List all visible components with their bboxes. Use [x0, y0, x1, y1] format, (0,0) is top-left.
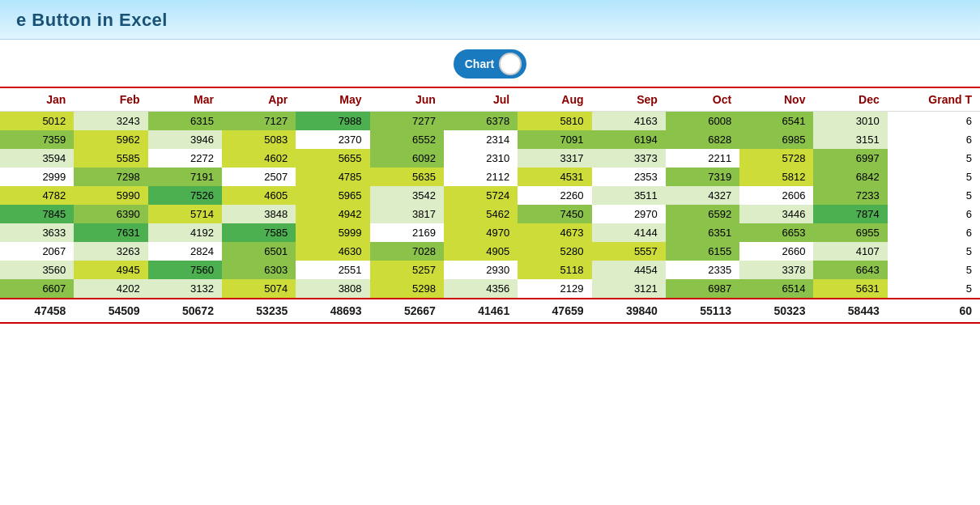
table-cell: 4144 — [592, 223, 666, 242]
table-cell: 5257 — [370, 261, 444, 279]
table-cell: 2335 — [666, 261, 739, 279]
table-cell: 5999 — [296, 223, 369, 242]
table-cell: 6653 — [739, 223, 813, 242]
toggle-bar: Chart — [0, 40, 980, 87]
table-cell: 5965 — [296, 186, 369, 205]
table-cell: 6 — [888, 112, 980, 131]
col-header-aug: Aug — [518, 87, 591, 112]
col-header-jul: Jul — [444, 87, 518, 112]
table-cell: 7585 — [222, 223, 296, 242]
table-cell: 5812 — [739, 168, 813, 186]
table-cell: 2129 — [518, 279, 591, 299]
data-table-wrapper: JanFebMarAprMayJunJulAugSepOctNovDecGran… — [0, 87, 980, 324]
total-cell: 50672 — [148, 299, 222, 323]
table-cell: 5074 — [222, 279, 296, 299]
total-cell: 52667 — [370, 299, 444, 323]
header: e Button in Excel — [0, 0, 980, 40]
table-cell: 5810 — [518, 112, 591, 131]
table-cell: 7874 — [813, 205, 887, 223]
page-title: e Button in Excel — [16, 10, 168, 30]
table-cell: 5631 — [813, 279, 887, 299]
col-header-oct: Oct — [666, 87, 739, 112]
table-cell: 5298 — [370, 279, 444, 299]
table-cell: 2272 — [148, 149, 222, 168]
table-cell: 3633 — [0, 223, 74, 242]
table-cell: 6955 — [813, 223, 887, 242]
col-header-apr: Apr — [222, 87, 296, 112]
table-cell: 5962 — [74, 130, 147, 149]
table-cell: 6643 — [813, 261, 887, 279]
table-cell: 4630 — [296, 242, 369, 261]
total-cell: 41461 — [444, 299, 518, 323]
table-cell: 5280 — [518, 242, 591, 261]
table-cell: 6351 — [666, 223, 739, 242]
table-cell: 5462 — [444, 205, 518, 223]
table-row: 6607420231325074380852984356212931216987… — [0, 279, 980, 299]
toggle-label: Chart — [465, 57, 495, 70]
table-cell: 4107 — [813, 242, 887, 261]
total-cell: 39840 — [592, 299, 666, 323]
table-row: 3560494575606303255152572930511844542335… — [0, 261, 980, 279]
toggle-switch-knob — [499, 53, 522, 75]
chart-toggle[interactable]: Chart — [454, 49, 527, 79]
table-cell: 5714 — [148, 205, 222, 223]
table-cell: 2112 — [444, 168, 518, 186]
table-cell: 6987 — [666, 279, 739, 299]
table-cell: 2353 — [592, 168, 666, 186]
table-cell: 3243 — [74, 112, 147, 131]
table-cell: 6985 — [739, 130, 813, 149]
table-cell: 7091 — [518, 130, 591, 149]
table-cell: 7028 — [370, 242, 444, 261]
table-cell: 2660 — [739, 242, 813, 261]
table-cell: 6315 — [148, 112, 222, 131]
table-cell: 5724 — [444, 186, 518, 205]
table-cell: 7988 — [296, 112, 369, 131]
table-cell: 6303 — [222, 261, 296, 279]
total-cell: 50323 — [739, 299, 813, 323]
table-cell: 5083 — [222, 130, 296, 149]
table-cell: 6 — [888, 223, 980, 242]
table-row: 4782599075264605596535425724226035114327… — [0, 186, 980, 205]
table-cell: 3511 — [592, 186, 666, 205]
table-cell: 4602 — [222, 149, 296, 168]
table-cell: 5 — [888, 186, 980, 205]
table-cell: 5655 — [296, 149, 369, 168]
data-table: JanFebMarAprMayJunJulAugSepOctNovDecGran… — [0, 87, 980, 324]
table-cell: 7560 — [148, 261, 222, 279]
table-cell: 4605 — [222, 186, 296, 205]
table-cell: 4163 — [592, 112, 666, 131]
total-cell: 47659 — [518, 299, 591, 323]
table-cell: 4454 — [592, 261, 666, 279]
table-cell: 6008 — [666, 112, 739, 131]
table-cell: 5990 — [74, 186, 147, 205]
table-cell: 7233 — [813, 186, 887, 205]
table-cell: 7631 — [74, 223, 147, 242]
table-cell: 6997 — [813, 149, 887, 168]
table-cell: 4905 — [444, 242, 518, 261]
table-cell: 5728 — [739, 149, 813, 168]
table-cell: 6092 — [370, 149, 444, 168]
total-cell: 48693 — [296, 299, 369, 323]
total-cell: 54509 — [74, 299, 147, 323]
table-cell: 6541 — [739, 112, 813, 131]
table-cell: 2260 — [518, 186, 591, 205]
table-cell: 4327 — [666, 186, 739, 205]
table-cell: 3373 — [592, 149, 666, 168]
col-header-feb: Feb — [74, 87, 147, 112]
table-row: 3594558522724602565560922310331733732211… — [0, 149, 980, 168]
table-cell: 5 — [888, 149, 980, 168]
table-cell: 4192 — [148, 223, 222, 242]
table-row: 7845639057143848494238175462745029706592… — [0, 205, 980, 223]
table-cell: 2310 — [444, 149, 518, 168]
table-cell: 7277 — [370, 112, 444, 131]
table-cell: 6592 — [666, 205, 739, 223]
table-cell: 2970 — [592, 205, 666, 223]
table-cell: 2930 — [444, 261, 518, 279]
total-cell: 47458 — [0, 299, 74, 323]
table-cell: 7298 — [74, 168, 147, 186]
table-cell: 6 — [888, 130, 980, 149]
table-cell: 6378 — [444, 112, 518, 131]
col-header-mar: Mar — [148, 87, 222, 112]
table-cell: 5557 — [592, 242, 666, 261]
col-header-jan: Jan — [0, 87, 74, 112]
